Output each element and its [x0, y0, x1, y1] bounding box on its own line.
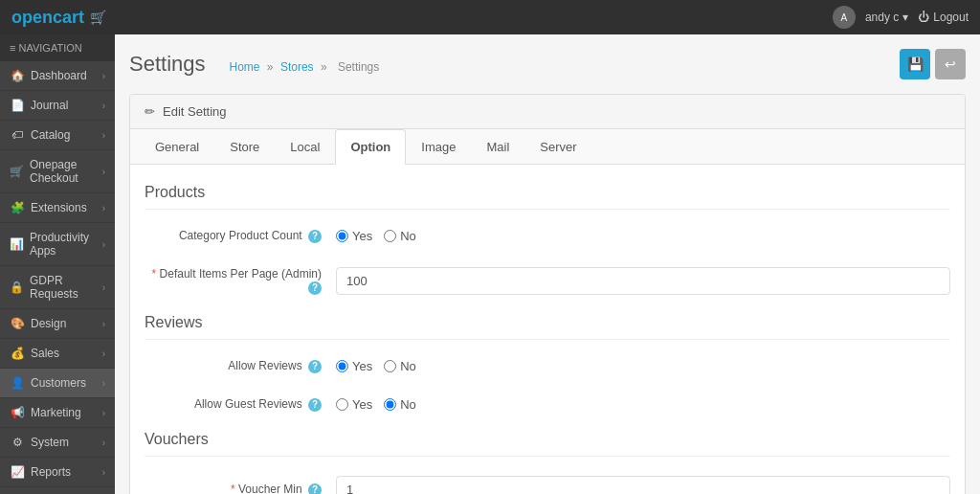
sidebar-label-dashboard: Dashboard: [31, 69, 87, 82]
radio-input-yes-guest[interactable]: [336, 398, 348, 411]
sidebar-item-left: 📈 Reports: [10, 465, 71, 479]
sidebar-item-productivity-apps[interactable]: 📊 Productivity Apps ›: [0, 223, 115, 266]
arrow-icon-sales: ›: [102, 348, 105, 359]
breadcrumb-home[interactable]: Home: [230, 60, 260, 74]
tab-store[interactable]: Store: [214, 129, 275, 165]
nav-header-label: ≡ NAVIGATION: [10, 42, 82, 54]
page-header: Settings Home » Stores » Settings 💾 ↩: [129, 49, 966, 79]
breadcrumb-stores[interactable]: Stores: [280, 60, 314, 74]
input-voucher-min[interactable]: [336, 476, 950, 494]
tab-mail[interactable]: Mail: [471, 129, 524, 165]
info-allow-reviews-icon[interactable]: ?: [308, 360, 322, 373]
sidebar-item-left: 🧩 Extensions: [10, 201, 87, 214]
logout-button[interactable]: ⏻ Logout: [918, 11, 969, 24]
required-star-voucher-min: *: [231, 483, 238, 494]
tab-image[interactable]: Image: [406, 129, 471, 165]
arrow-icon-onepage-checkout: ›: [102, 167, 105, 177]
sidebar-item-marketing[interactable]: 📢 Marketing ›: [0, 398, 115, 428]
field-voucher-min: * Voucher Min ?: [145, 471, 950, 494]
sidebar-item-system[interactable]: ⚙ System ›: [0, 428, 115, 458]
sidebar-label-onepage-checkout: Onepage Checkout: [30, 158, 102, 185]
sidebar-icon-onepage-checkout: 🛒: [10, 165, 24, 178]
info-voucher-min-icon[interactable]: ?: [308, 483, 322, 494]
nav-header: ≡ NAVIGATION: [0, 34, 115, 61]
sidebar-item-onepage-checkout[interactable]: 🛒 Onepage Checkout ›: [0, 150, 115, 193]
user-dropdown[interactable]: andy c ▾: [865, 11, 908, 24]
radio-no-reviews[interactable]: No: [384, 359, 416, 373]
section-products: Products: [145, 184, 950, 210]
sidebar-icon-extensions: 🧩: [10, 201, 25, 214]
sidebar-item-left: 👤 Customers: [10, 376, 86, 390]
radio-allow-guest-reviews: Yes No: [336, 397, 416, 412]
tab-server[interactable]: Server: [524, 129, 591, 165]
sidebar-item-design[interactable]: 🎨 Design ›: [0, 309, 115, 339]
radio-no-category[interactable]: No: [384, 229, 416, 243]
breadcrumb: Home » Stores » Settings: [230, 60, 384, 74]
radio-input-no-guest[interactable]: [384, 398, 396, 411]
sidebar-icon-customers: 👤: [10, 376, 25, 390]
label-voucher-min: * Voucher Min ?: [145, 483, 336, 494]
header-buttons: 💾 ↩: [900, 49, 966, 79]
radio-input-no-category[interactable]: [384, 230, 396, 242]
sidebar-label-system: System: [31, 436, 69, 449]
arrow-icon-extensions: ›: [102, 203, 105, 213]
arrow-icon-gdpr: ›: [102, 282, 105, 293]
radio-allow-reviews: Yes No: [336, 359, 416, 373]
logo: opencart 🛒: [11, 8, 106, 28]
tab-option[interactable]: Option: [335, 129, 406, 165]
radio-input-no-reviews[interactable]: [384, 360, 396, 372]
sidebar-item-reports[interactable]: 📈 Reports ›: [0, 458, 115, 487]
arrow-icon-productivity-apps: ›: [102, 239, 105, 250]
sidebar-item-customers[interactable]: 👤 Customers ›: [0, 369, 115, 398]
sidebar-item-left: 📊 Productivity Apps: [10, 231, 102, 258]
arrow-icon-design: ›: [102, 319, 105, 329]
sidebar-item-sales[interactable]: 💰 Sales ›: [0, 339, 115, 369]
sidebar-item-extensions[interactable]: 🧩 Extensions ›: [0, 193, 115, 223]
sidebar-icon-design: 🎨: [10, 317, 25, 330]
sidebar-label-marketing: Marketing: [31, 406, 81, 419]
label-default-items: * Default Items Per Page (Admin) ?: [145, 267, 336, 295]
info-category-product-count-icon[interactable]: ?: [308, 230, 322, 243]
tab-general[interactable]: General: [140, 129, 214, 165]
info-allow-guest-reviews-icon[interactable]: ?: [308, 398, 322, 412]
sidebar-item-left: 📢 Marketing: [10, 406, 81, 419]
sidebar-item-left: 📄 Journal: [10, 99, 68, 112]
arrow-icon-journal: ›: [102, 101, 105, 111]
field-allow-guest-reviews: Allow Guest Reviews ? Yes No: [145, 393, 950, 416]
main-layout: ≡ NAVIGATION 🏠 Dashboard › 📄 Journal › 🏷…: [0, 34, 980, 494]
sidebar-item-left: 🏷 Catalog: [10, 128, 70, 142]
sidebar-label-reports: Reports: [31, 465, 71, 479]
radio-yes-category[interactable]: Yes: [336, 229, 372, 243]
radio-no-guest-reviews[interactable]: No: [384, 397, 416, 412]
sidebar-item-catalog[interactable]: 🏷 Catalog ›: [0, 121, 115, 150]
content-area: Settings Home » Stores » Settings 💾 ↩ ✏ …: [115, 34, 980, 494]
radio-yes-guest-reviews[interactable]: Yes: [336, 397, 372, 412]
logout-label: Logout: [933, 11, 969, 24]
section-reviews: Reviews: [145, 314, 950, 340]
sidebar-item-left: 🛒 Onepage Checkout: [10, 158, 102, 185]
sidebar-icon-sales: 💰: [10, 347, 25, 360]
sidebar: ≡ NAVIGATION 🏠 Dashboard › 📄 Journal › 🏷…: [0, 34, 115, 494]
back-button[interactable]: ↩: [935, 49, 966, 79]
save-button[interactable]: 💾: [900, 49, 930, 79]
input-default-items[interactable]: [336, 267, 950, 295]
label-category-product-count: Category Product Count ?: [145, 229, 336, 243]
tab-local[interactable]: Local: [275, 129, 335, 165]
sidebar-icon-marketing: 📢: [10, 406, 25, 419]
sidebar-item-gdpr[interactable]: 🔒 GDPR Requests ›: [0, 266, 115, 309]
radio-category-product-count: Yes No: [336, 229, 416, 243]
sidebar-item-journal[interactable]: 📄 Journal ›: [0, 91, 115, 121]
radio-input-yes-reviews[interactable]: [336, 360, 348, 372]
page-title: Settings: [129, 52, 206, 77]
arrow-icon-marketing: ›: [102, 408, 105, 418]
radio-input-yes-category[interactable]: [336, 230, 348, 242]
info-default-items-icon[interactable]: ?: [308, 281, 322, 295]
radio-yes-reviews[interactable]: Yes: [336, 359, 372, 373]
label-allow-reviews: Allow Reviews ?: [145, 359, 336, 373]
sidebar-item-dashboard[interactable]: 🏠 Dashboard ›: [0, 61, 115, 91]
sidebar-item-abandoned-carts[interactable]: 🛒 Abandoned Carts 26 ›: [0, 487, 115, 494]
required-star: *: [152, 267, 160, 281]
avatar: A: [833, 6, 856, 29]
field-category-product-count: Category Product Count ? Yes No: [145, 224, 950, 248]
sidebar-item-left: ⚙ System: [10, 436, 69, 449]
